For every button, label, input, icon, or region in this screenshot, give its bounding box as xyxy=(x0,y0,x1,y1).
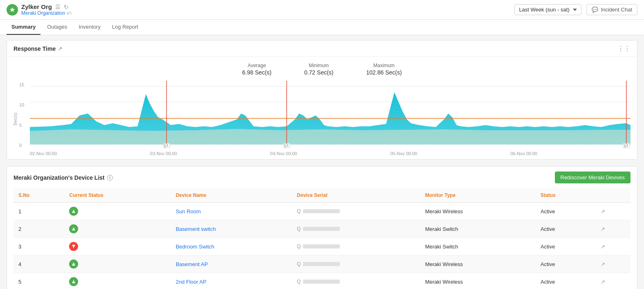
tab-log-report[interactable]: Log Report xyxy=(107,20,143,35)
external-link-icon[interactable]: ↗ xyxy=(58,46,62,52)
col-monitor-type: Monitor Type xyxy=(420,188,536,203)
cell-link[interactable]: ↗ xyxy=(596,238,631,255)
col-current-status: Current Status xyxy=(64,188,171,203)
card-title: Response Time ↗ xyxy=(13,45,62,52)
col-sno: S.No xyxy=(13,188,64,203)
tab-summary[interactable]: Summary xyxy=(7,20,40,35)
info-icon[interactable]: i xyxy=(107,175,113,181)
cell-device-name: Bedroom Switch xyxy=(171,238,292,255)
card-menu-icon[interactable]: ⋮⋮ xyxy=(617,45,631,52)
device-list-header: Meraki Organization's Device List i Redi… xyxy=(7,167,637,188)
cell-link[interactable]: ↗ xyxy=(596,203,631,220)
svg-text:💬: 💬 xyxy=(284,144,288,148)
cell-status: Active xyxy=(536,255,596,273)
org-info: Zylker Org ☰ ↻ Meraki Organization 🏷 xyxy=(21,3,71,16)
svg-text:💬: 💬 xyxy=(624,144,628,148)
cell-link[interactable]: ↗ xyxy=(596,273,631,289)
cell-device-serial: Q xyxy=(292,220,420,238)
cell-link[interactable]: ↗ xyxy=(596,255,631,273)
header: Zylker Org ☰ ↻ Meraki Organization 🏷 Las… xyxy=(0,0,644,20)
table-row: 2 Basement switch Q Meraki Switch Active… xyxy=(13,220,631,238)
header-menu-icon[interactable]: ☰ xyxy=(55,4,61,10)
response-time-card: Response Time ↗ ⋮⋮ Average 6.98 Sec(s) M… xyxy=(7,40,637,160)
status-badge xyxy=(69,260,78,269)
stats-row: Average 6.98 Sec(s) Minimum 0.72 Sec(s) … xyxy=(7,57,637,79)
status-badge xyxy=(69,224,78,233)
cell-sno: 1 xyxy=(13,203,64,220)
table-row: 1 Sun Room Q Meraki Wireless Active ↗ xyxy=(13,203,631,220)
cell-sno: 4 xyxy=(13,255,64,273)
status-badge xyxy=(69,242,78,251)
svg-marker-16 xyxy=(72,227,75,230)
tab-outages[interactable]: Outages xyxy=(42,20,72,35)
table-row: 3 Bedroom Switch Q Meraki Switch Active … xyxy=(13,238,631,255)
cell-device-serial: Q xyxy=(292,238,420,255)
cell-device-serial: Q xyxy=(292,255,420,273)
status-badge xyxy=(69,207,78,216)
cell-current-status xyxy=(64,273,171,289)
nav-tabs: Summary Outages Inventory Log Report xyxy=(0,20,644,35)
cell-current-status xyxy=(64,238,171,255)
svg-marker-19 xyxy=(72,280,75,283)
header-refresh-icon[interactable]: ↻ xyxy=(64,4,69,10)
svg-marker-15 xyxy=(72,210,75,213)
cell-current-status xyxy=(64,203,171,220)
cell-sno: 3 xyxy=(13,238,64,255)
cell-device-serial: Q xyxy=(292,273,420,289)
card-header: Response Time ↗ ⋮⋮ xyxy=(7,41,637,57)
y-axis-ticks: 15 10 5 0 xyxy=(19,82,24,148)
cell-device-name: Sun Room xyxy=(171,203,292,220)
stat-maximum: Maximum 102.86 Sec(s) xyxy=(366,63,402,76)
cell-status: Active xyxy=(536,220,596,238)
table-row: 4 Basement AP Q Meraki Wireless Active ↗ xyxy=(13,255,631,273)
col-device-name: Device Name xyxy=(171,188,292,203)
chat-icon: 💬 xyxy=(592,7,598,13)
stat-average: Average 6.98 Sec(s) xyxy=(242,63,272,76)
org-sub-link[interactable]: Meraki Organization xyxy=(21,10,65,16)
device-table-container: S.No Current Status Device Name Device S… xyxy=(7,188,637,289)
cell-sno: 2 xyxy=(13,220,64,238)
cell-device-name: 2nd Floor AP xyxy=(171,273,292,289)
cell-device-name: Basement AP xyxy=(171,255,292,273)
y-axis-label: Sec(s) xyxy=(13,113,18,126)
cell-monitor-type: Meraki Wireless xyxy=(420,273,536,289)
device-list-title: Meraki Organization's Device List i xyxy=(13,174,113,181)
cell-monitor-type: Meraki Wireless xyxy=(420,203,536,220)
svg-text:💬: 💬 xyxy=(164,144,168,148)
device-table: S.No Current Status Device Name Device S… xyxy=(13,188,631,289)
org-name: Zylker Org xyxy=(21,3,52,10)
cell-current-status xyxy=(64,255,171,273)
cell-sno: 5 xyxy=(13,273,64,289)
cell-device-name: Basement switch xyxy=(171,220,292,238)
stat-minimum: Minimum 0.72 Sec(s) xyxy=(304,63,334,76)
cell-link[interactable]: ↗ xyxy=(596,220,631,238)
header-right: Last Week (sun - sat) 💬 Incident Chat xyxy=(514,4,637,15)
cell-status: Active xyxy=(536,238,596,255)
cell-monitor-type: Meraki Switch xyxy=(420,220,536,238)
cell-status: Active xyxy=(536,203,596,220)
chart-container: Sec(s) 15 10 5 0 xyxy=(7,79,637,159)
cell-monitor-type: Meraki Wireless xyxy=(420,255,536,273)
main-content: Response Time ↗ ⋮⋮ Average 6.98 Sec(s) M… xyxy=(0,35,644,289)
cell-monitor-type: Meraki Switch xyxy=(420,238,536,255)
col-status: Status xyxy=(536,188,596,203)
x-axis-labels: 02-Nov 00:00 03-Nov 00:00 04-Nov 00:00 0… xyxy=(30,150,631,156)
table-row: 5 2nd Floor AP Q Meraki Wireless Active … xyxy=(13,273,631,289)
tab-inventory[interactable]: Inventory xyxy=(74,20,105,35)
status-badge xyxy=(69,277,78,286)
tag-icon: 🏷 xyxy=(67,11,71,16)
incident-chat-button[interactable]: 💬 Incident Chat xyxy=(586,4,637,15)
header-left: Zylker Org ☰ ↻ Meraki Organization 🏷 xyxy=(7,3,71,16)
device-list-card: Meraki Organization's Device List i Redi… xyxy=(7,166,637,289)
svg-marker-18 xyxy=(72,262,75,266)
cell-device-serial: Q xyxy=(292,203,420,220)
cell-status: Active xyxy=(536,273,596,289)
col-actions xyxy=(596,188,631,203)
response-time-chart[interactable]: 💬 💬 💬 xyxy=(30,81,631,150)
table-header-row: S.No Current Status Device Name Device S… xyxy=(13,188,631,203)
date-range-select[interactable]: Last Week (sun - sat) xyxy=(514,4,581,15)
cell-current-status xyxy=(64,220,171,238)
col-device-serial: Device Serial xyxy=(292,188,420,203)
rediscover-button[interactable]: Rediscover Meraki Devives xyxy=(555,172,631,183)
svg-marker-17 xyxy=(72,245,75,248)
